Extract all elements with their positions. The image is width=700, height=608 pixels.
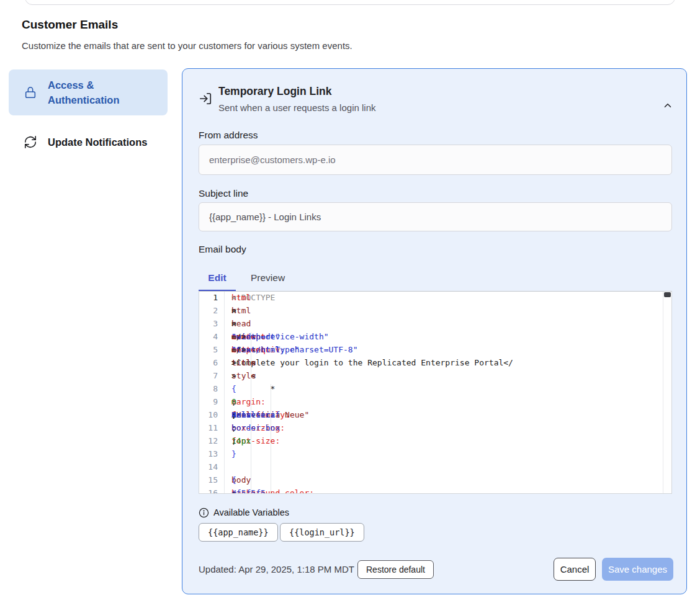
refresh-icon [24, 135, 37, 149]
collapse-section-button[interactable] [653, 91, 671, 109]
subject-line-input[interactable] [199, 202, 672, 231]
restore-default-button[interactable]: Restore default [357, 560, 434, 579]
page-subtitle: Customize the emails that are sent to yo… [22, 40, 352, 51]
section-title: Temporary Login Link [218, 85, 331, 98]
available-variables-label: Available Variables [213, 507, 289, 517]
previous-card-bottom-edge [25, 0, 675, 5]
sidebar-item-label: Update Notifications [48, 135, 147, 150]
page-title: Customer Emails [22, 18, 118, 32]
sidebar-item-label: Access & Authentication [48, 78, 159, 107]
code-lines: <!DOCTYPE html><html><head> <meta name="… [225, 292, 663, 493]
section-subtitle: Sent when a user requests a login link [218, 102, 375, 113]
code-editor-gutter: 12345678910111213141516 [199, 292, 225, 493]
from-address-input[interactable] [199, 145, 672, 175]
variable-chip-app-name[interactable]: {{app_name}} [199, 523, 278, 542]
email-body-tabs: Edit Preview [199, 266, 295, 290]
updated-timestamp: Updated: Apr 29, 2025, 1:18 PM MDT [199, 564, 354, 574]
sidebar-item-update-notifications[interactable]: Update Notifications [9, 128, 168, 156]
tab-edit[interactable]: Edit [199, 266, 236, 290]
from-address-label: From address [199, 130, 258, 141]
email-body-label: Email body [199, 244, 246, 255]
temporary-login-link-card: Temporary Login Link Sent when a user re… [182, 68, 687, 594]
save-changes-button[interactable]: Save changes [602, 558, 673, 581]
sidebar-item-access-authentication[interactable]: Access & Authentication [9, 69, 168, 115]
lock-icon [24, 86, 37, 99]
editor-scrollbar-thumb[interactable] [664, 292, 671, 297]
tab-preview[interactable]: Preview [241, 266, 295, 290]
variable-chip-login-url[interactable]: {{login_url}} [280, 523, 364, 542]
code-editor[interactable]: 12345678910111213141516 <!DOCTYPE html><… [199, 291, 672, 494]
cancel-button[interactable]: Cancel [554, 558, 596, 581]
editor-scrollbar[interactable] [663, 292, 671, 493]
subject-line-label: Subject line [199, 188, 248, 199]
